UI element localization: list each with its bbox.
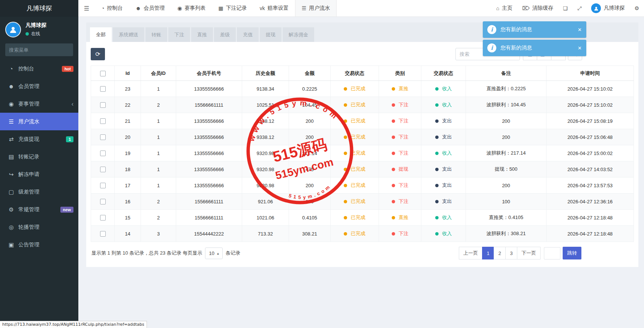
cell-id: 19 bbox=[115, 145, 141, 161]
row-checkbox[interactable] bbox=[100, 86, 106, 92]
row-checkbox[interactable] bbox=[100, 151, 106, 156]
sidebar-search-input[interactable] bbox=[9, 47, 75, 53]
topnav-tab-members[interactable]: ☻ 会员管理 bbox=[129, 0, 171, 16]
filter-tab-transfer[interactable]: 转账 bbox=[145, 27, 167, 42]
close-icon[interactable]: ✕ bbox=[578, 45, 582, 51]
home-button[interactable]: ⌂ 主页 bbox=[491, 0, 517, 16]
cell-member-id: 3 bbox=[141, 226, 176, 242]
menu-item-label: 赛事管理 bbox=[18, 101, 39, 107]
sidebar-item-general-manage[interactable]: ⚙ 常规管理 new bbox=[0, 201, 78, 218]
navbar-username: 凡博球探 bbox=[604, 5, 625, 12]
topnav-tab-odds[interactable]: vk 赔率设置 bbox=[253, 0, 295, 16]
sidebar-item-matches[interactable]: ◉ 赛事管理 ‹ bbox=[0, 95, 78, 113]
tab-icon: vk bbox=[260, 5, 265, 11]
fullscreen-icon: ⤢ bbox=[577, 5, 581, 12]
flow-type-label: 支出 bbox=[442, 182, 452, 188]
cell-flow-type: 支出 bbox=[421, 177, 466, 194]
topnav-tab-dashboard[interactable]: ◔ 控制台 bbox=[95, 0, 129, 16]
user-panel: 凡博球探 在线 bbox=[0, 17, 78, 42]
sidebar-item-user-flow[interactable]: ☰ 用户流水 bbox=[0, 113, 78, 130]
home-icon: ⌂ bbox=[496, 5, 499, 11]
category-dot bbox=[392, 200, 395, 203]
filter-tab-system-gift[interactable]: 系统赠送 bbox=[113, 27, 144, 42]
cell-history-amount: 9320.98 bbox=[242, 161, 289, 177]
tab-icon: ☰ bbox=[302, 5, 307, 11]
status-dot bbox=[344, 168, 347, 171]
cell-remark: 波胆获利：104.45 bbox=[466, 97, 547, 113]
cell-phone: 13355556666 bbox=[176, 113, 242, 129]
jump-button[interactable]: 跳转 bbox=[563, 247, 581, 259]
cell-flow-type: 支出 bbox=[421, 129, 466, 145]
topnav-tab-bets[interactable]: ▦ 下注记录 bbox=[212, 0, 253, 16]
page-button[interactable]: 1 bbox=[482, 247, 494, 259]
row-checkbox[interactable] bbox=[100, 167, 106, 172]
online-dot-icon bbox=[25, 32, 29, 36]
menu-toggle-icon[interactable]: ☰ bbox=[78, 0, 95, 16]
select-all-checkbox[interactable] bbox=[100, 71, 106, 76]
cell-phone: 15566661111 bbox=[176, 97, 242, 113]
tab-label: 用户流水 bbox=[309, 5, 330, 12]
clear-cache-button[interactable]: ⌦ 清除缓存 bbox=[517, 0, 558, 16]
topnav-tab-user-flow[interactable]: ☰ 用户流水 bbox=[295, 0, 337, 16]
filter-tab-withdraw[interactable]: 提现 bbox=[260, 27, 282, 42]
user-menu[interactable]: 凡博球探 bbox=[586, 0, 629, 16]
cell-category: 提现 bbox=[379, 161, 421, 177]
topnav-tab-matches[interactable]: ◉ 赛事列表 bbox=[171, 0, 212, 16]
category-dot bbox=[392, 232, 395, 236]
cell-remark: 提现：500 bbox=[466, 161, 547, 177]
sidebar-item-unfreeze-apply[interactable]: ↪ 解冻申请 bbox=[0, 165, 78, 183]
close-icon[interactable]: ✕ bbox=[578, 27, 582, 33]
filter-tab-recharge[interactable]: 充值 bbox=[237, 27, 259, 42]
user-status: 在线 bbox=[25, 31, 46, 37]
refresh-button[interactable]: ⟳ bbox=[91, 48, 105, 60]
sidebar-item-recharge-withdraw[interactable]: ⇄ 充值提现 1 bbox=[0, 130, 78, 148]
cell-history-amount: 9820.98 bbox=[242, 177, 289, 194]
row-checkbox[interactable] bbox=[100, 118, 106, 124]
row-checkbox[interactable] bbox=[100, 183, 106, 188]
cell-id: 23 bbox=[115, 81, 141, 97]
menu-item-icon: ▢ bbox=[7, 189, 16, 195]
filter-tab-unfreeze-commission[interactable]: 解冻佣金 bbox=[283, 27, 314, 42]
notification-toast: i 您有新的消息 ✕ bbox=[483, 21, 586, 38]
flow-type-label: 收入 bbox=[442, 231, 452, 236]
cell-id: 16 bbox=[115, 194, 141, 210]
sidebar-item-level-manage[interactable]: ▢ 级差管理 bbox=[0, 183, 78, 201]
row-checkbox[interactable] bbox=[100, 231, 106, 237]
row-checkbox[interactable] bbox=[100, 134, 106, 140]
filter-tab-direct-push[interactable]: 直推 bbox=[191, 27, 213, 42]
flow-type-dot bbox=[435, 136, 439, 139]
filter-tab-level-diff[interactable]: 差级 bbox=[214, 27, 236, 42]
sidebar-item-notice-manage[interactable]: ▣ 公告管理 bbox=[0, 236, 78, 253]
flow-type-label: 收入 bbox=[442, 102, 452, 107]
sidebar-search bbox=[5, 43, 73, 56]
page-size-select[interactable]: 10 ▴ bbox=[205, 247, 223, 259]
page-button[interactable]: 3 bbox=[505, 247, 517, 259]
prev-page-button[interactable]: 上一页 bbox=[459, 247, 482, 259]
cell-history-amount: 1021.06 bbox=[242, 210, 289, 226]
status-dot bbox=[344, 216, 347, 219]
fullscreen-button[interactable]: ⤢ bbox=[572, 0, 586, 16]
sidebar: 凡博球探 凡博球探 在线 ◔ 控制台 hot bbox=[0, 0, 78, 328]
sidebar-item-members[interactable]: ☻ 会员管理 bbox=[0, 78, 78, 95]
page-button[interactable]: 2 bbox=[494, 247, 506, 259]
cell-remark: 直推奖：0.4105 bbox=[466, 210, 547, 226]
cell-category: 下注 bbox=[379, 177, 421, 194]
filter-tab-all[interactable]: 全部 bbox=[90, 27, 112, 42]
row-checkbox[interactable] bbox=[100, 199, 106, 204]
row-checkbox[interactable] bbox=[100, 102, 106, 108]
cell-flow-type: 收入 bbox=[421, 210, 466, 226]
status-dot bbox=[344, 136, 347, 139]
sidebar-item-carousel-manage[interactable]: ◎ 轮播管理 bbox=[0, 218, 78, 236]
settings-button[interactable]: ⚙ bbox=[629, 0, 644, 16]
row-checkbox[interactable] bbox=[100, 215, 106, 221]
jump-page-input[interactable] bbox=[544, 247, 560, 259]
sidebar-item-transfer-records[interactable]: ▤ 转账记录 bbox=[0, 148, 78, 165]
cell-flow-type: 支出 bbox=[421, 161, 466, 177]
sidebar-item-dashboard[interactable]: ◔ 控制台 hot bbox=[0, 60, 78, 78]
tab-label: 会员管理 bbox=[144, 5, 165, 12]
cell-member-id: 1 bbox=[141, 129, 176, 145]
filter-tab-bet[interactable]: 下注 bbox=[168, 27, 190, 42]
next-page-button[interactable]: 下一页 bbox=[517, 247, 541, 259]
language-switch-button[interactable]: ❏ bbox=[558, 0, 573, 16]
page-size-value: 10 bbox=[209, 250, 214, 256]
